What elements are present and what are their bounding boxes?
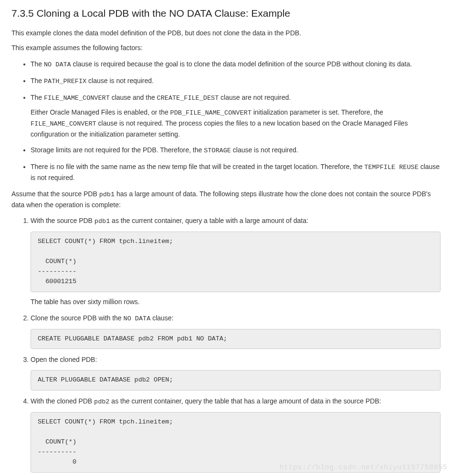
code-inline: PATH_PREFIX	[44, 78, 86, 85]
intro-paragraph-2: This example assumes the following facto…	[11, 43, 441, 53]
intro-paragraph-1: This example clones the data model defin…	[11, 28, 441, 39]
list-item: The PATH_PREFIX clause is not required.	[31, 76, 441, 87]
code-inline: FILE_NAME_CONVERT	[31, 120, 96, 127]
list-item: Storage limits are not required for the …	[31, 145, 441, 156]
code-inline: FILE_NAME_CONVERT	[44, 95, 110, 102]
steps-list: With the source PDB pdb1 as the current …	[11, 216, 441, 472]
code-inline: NO DATA	[124, 315, 151, 322]
section-heading: 7.3.5 Cloning a Local PDB with the NO DA…	[11, 6, 441, 21]
list-item: Open the cloned PDB: ALTER PLUGGABLE DAT…	[31, 355, 441, 391]
code-inline: NO DATA	[44, 61, 71, 68]
list-item: With the cloned PDB pdb2 as the current …	[31, 396, 441, 473]
assumption-paragraph: Assume that the source PDB pdb1 has a la…	[11, 189, 441, 211]
list-item: There is no file with the same name as t…	[31, 162, 441, 183]
code-inline: TEMPFILE REUSE	[364, 164, 418, 171]
code-inline: STORAGE	[204, 147, 231, 154]
factors-list: The NO DATA clause is required because t…	[11, 59, 441, 183]
code-block: CREATE PLUGGABLE DATABASE pdb2 FROM pdb1…	[31, 329, 441, 349]
code-inline: pdb1	[95, 218, 110, 225]
code-inline: pdb1	[99, 191, 115, 198]
list-item-detail: Either Oracle Managed Files is enabled, …	[31, 107, 441, 140]
code-block: ALTER PLUGGABLE DATABASE pdb2 OPEN;	[31, 370, 441, 391]
step-note: The table has over sixty million rows.	[31, 297, 441, 307]
code-block: SELECT COUNT(*) FROM tpch.lineitem; COUN…	[31, 232, 441, 292]
list-item: The FILE_NAME_CONVERT clause and the CRE…	[31, 93, 441, 139]
code-inline: CREATE_FILE_DEST	[157, 95, 219, 102]
code-inline: PDB_FILE_NAME_CONVERT	[170, 109, 252, 116]
code-block: SELECT COUNT(*) FROM tpch.lineitem; COUN…	[31, 412, 441, 473]
list-item: Clone the source PDB with the NO DATA cl…	[31, 313, 441, 349]
list-item: With the source PDB pdb1 as the current …	[31, 216, 441, 307]
list-item: The NO DATA clause is required because t…	[31, 59, 441, 70]
code-inline: pdb2	[94, 398, 109, 405]
